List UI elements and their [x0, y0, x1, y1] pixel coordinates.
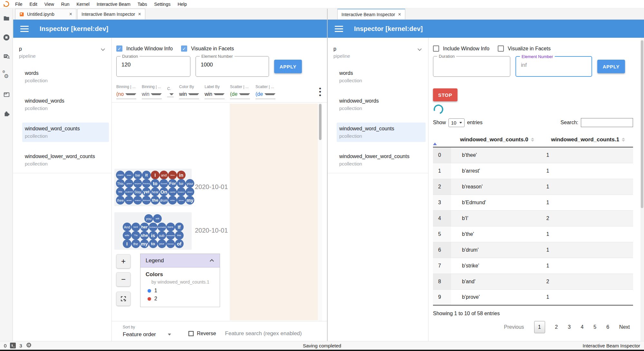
include-window-info-checkbox[interactable]: [433, 45, 439, 52]
pcollection-item-windowed_lower_word_counts[interactable]: windowed_lower_word_counts pcollection: [22, 150, 109, 170]
running-kernels-icon[interactable]: [3, 34, 10, 41]
facets-dropdown-6[interactable]: Scatter | ... (defa: [255, 85, 275, 99]
column-header-1[interactable]: windowed_word_counts.1: [543, 132, 633, 147]
page-button-4[interactable]: 4: [581, 324, 583, 330]
close-icon[interactable]: ×: [69, 11, 72, 17]
facets-dropdown-4[interactable]: Label By wind: [205, 85, 225, 99]
tab-interactive-beam-inspector[interactable]: Interactive Beam Inspector ×: [337, 9, 405, 19]
visualize-in-facets-checkbox[interactable]: [498, 45, 504, 52]
word-bubble[interactable]: you: [144, 214, 153, 223]
word-bubble[interactable]: yet: [142, 187, 151, 196]
page-button-6[interactable]: 6: [606, 324, 609, 330]
include-window-info-checkbox[interactable]: ✓: [116, 45, 122, 52]
word-bubble[interactable]: bar: [133, 171, 142, 179]
word-bubble[interactable]: it: [142, 171, 151, 179]
pcollection-item-windowed_word_counts[interactable]: windowed_word_counts pcollection: [22, 123, 109, 142]
kebab-menu-icon[interactable]: •••: [319, 87, 321, 97]
word-bubble[interactable]: 'Tis: [131, 231, 140, 240]
word-bubble[interactable]: If: [175, 223, 184, 231]
word-bubble[interactable]: wife: [123, 231, 131, 240]
word-bubble[interactable]: serpent: [133, 179, 142, 188]
duration-field[interactable]: Duration 120: [116, 56, 190, 77]
word-bubble[interactable]: contradict: [158, 223, 166, 231]
word-bubble[interactable]: Goneril: [159, 179, 168, 188]
pcollection-item-words[interactable]: words pcollection: [337, 67, 426, 86]
word-bubble[interactable]: treason: [177, 187, 186, 196]
tab-interactive-beam-inspector[interactable]: Interactive Beam Inspector ×: [77, 9, 145, 19]
feature-search-input[interactable]: Feature search (regex enabled): [225, 330, 302, 337]
word-bubble[interactable]: husband: [149, 223, 158, 231]
facets-dropdown-3[interactable]: Color By wind: [179, 85, 199, 99]
word-bubble[interactable]: my: [140, 239, 149, 248]
table-row[interactable]: 4 b'I' 2: [433, 210, 633, 226]
word-bubble[interactable]: is: [149, 231, 158, 240]
word-bubble[interactable]: of: [175, 239, 184, 248]
close-icon[interactable]: ×: [398, 12, 401, 17]
word-bubble[interactable]: fair: [177, 179, 186, 188]
sort-by-dropdown[interactable]: Sort by Feature order: [123, 325, 171, 338]
word-bubble[interactable]: I: [123, 239, 131, 248]
page-button-1[interactable]: 1: [534, 321, 545, 333]
word-bubble[interactable]: sister: [125, 171, 133, 179]
facets-dropdown-5[interactable]: Scatter | ... (defa: [230, 85, 250, 99]
index-column-header[interactable]: [433, 132, 451, 147]
table-row[interactable]: 5 b'the' 1: [433, 226, 633, 242]
element-number-field[interactable]: Element Number 1000: [196, 56, 269, 77]
word-bubble[interactable]: interest: [166, 239, 175, 248]
table-row[interactable]: 8 b'and' 2: [433, 274, 633, 289]
menu-help[interactable]: Help: [174, 2, 190, 7]
hamburger-menu-icon[interactable]: [335, 26, 343, 32]
close-icon[interactable]: ×: [138, 11, 141, 17]
word-bubble[interactable]: For: [168, 179, 177, 188]
word-bubble[interactable]: bans: [166, 223, 175, 231]
word-bubble[interactable]: your: [186, 179, 194, 188]
word-bubble[interactable]: to: [151, 179, 159, 188]
reverse-checkbox[interactable]: [188, 331, 194, 336]
word-bubble[interactable]: And: [123, 223, 131, 231]
apply-button[interactable]: APPLY: [274, 60, 302, 73]
word-bubble[interactable]: Stay: [133, 187, 142, 196]
page-button-3[interactable]: 3: [568, 324, 571, 330]
table-row[interactable]: 0 b'thee' 1: [433, 147, 633, 163]
word-bubble[interactable]: lord: [131, 223, 140, 231]
vertical-scrollbar[interactable]: [640, 38, 644, 341]
table-row[interactable]: 1 b'arrest' 1: [433, 163, 633, 179]
word-bubble[interactable]: to: [149, 239, 158, 248]
menu-edit[interactable]: Edit: [26, 2, 41, 7]
word-bubble[interactable]: arrest: [125, 196, 133, 205]
menu-interactive-beam[interactable]: Interactive Beam: [93, 2, 134, 7]
tab-untitled-ipynb[interactable]: Untitled.ipynb ×: [15, 9, 76, 19]
property-gears-icon[interactable]: ⚙⚙: [3, 72, 10, 79]
word-bubble[interactable]: On: [159, 187, 168, 196]
page-button-2[interactable]: 2: [555, 324, 558, 330]
word-bubble[interactable]: strike: [168, 196, 177, 205]
pipeline-item[interactable]: p pipeline: [333, 46, 426, 59]
menu-file[interactable]: File: [12, 2, 26, 7]
word-bubble[interactable]: ALBANY: [125, 187, 133, 196]
menu-kernel[interactable]: Kernel: [73, 2, 93, 7]
zoom-out-button[interactable]: −: [116, 272, 130, 286]
extension-puzzle-icon[interactable]: [3, 110, 10, 117]
element-number-field[interactable]: Element Number inf: [515, 56, 592, 77]
word-bubble[interactable]: Edmund: [142, 196, 151, 205]
inspector-card-icon[interactable]: [3, 53, 10, 60]
word-bubble[interactable]: claim: [116, 171, 125, 179]
word-bubble[interactable]: attaint: [186, 187, 194, 196]
word-bubble[interactable]: your: [158, 239, 166, 248]
facets-dropdown-1[interactable]: Binning | ... wind: [142, 85, 162, 99]
word-bubble[interactable]: and: [159, 171, 168, 179]
menu-view[interactable]: View: [41, 2, 58, 7]
word-bubble[interactable]: hear: [151, 187, 159, 196]
menu-settings[interactable]: Settings: [151, 2, 174, 7]
pcollection-item-windowed_word_counts[interactable]: windowed_word_counts pcollection: [337, 123, 426, 142]
menu-run[interactable]: Run: [58, 2, 73, 7]
word-bubble[interactable]: this: [175, 231, 184, 240]
menu-tabs[interactable]: Tabs: [134, 2, 151, 7]
word-bubble[interactable]: she: [140, 231, 149, 240]
search-input[interactable]: [581, 118, 633, 127]
word-bubble[interactable]: reason: [133, 196, 142, 205]
word-bubble[interactable]: sub: [158, 231, 166, 240]
apply-button[interactable]: APPLY: [597, 60, 625, 73]
stop-button[interactable]: STOP: [433, 88, 457, 101]
word-bubble[interactable]: capital: [168, 187, 177, 196]
